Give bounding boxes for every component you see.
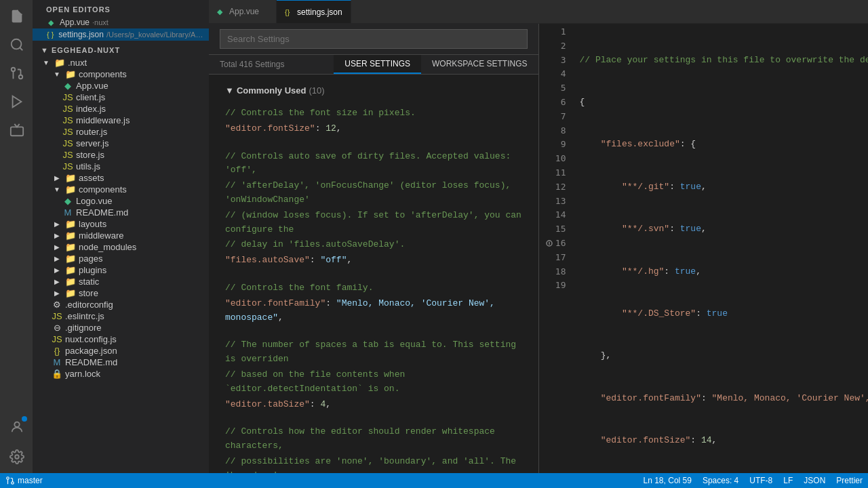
folder-arrow-icon-2: ▼	[52, 70, 62, 78]
tree-item-readme-root[interactable]: M README.md	[33, 357, 209, 368]
tab-icon-vue: ◆	[217, 7, 225, 16]
tree-item-index-js[interactable]: JS index.js	[33, 103, 209, 115]
total-settings-label: Total 416 Settings	[209, 55, 334, 74]
line-num-13: 13	[539, 195, 566, 209]
tree-label-nuxt-config: nuxt.config.js	[65, 334, 117, 344]
auto-save-comment-1: // Controls auto save of dirty files. Ac…	[225, 150, 522, 178]
tree-item-readme-components[interactable]: M README.md	[33, 207, 209, 218]
status-branch[interactable]: master	[5, 476, 43, 485]
folder-arrow-pages: ▶	[52, 255, 62, 262]
line-num-2: 2	[539, 39, 566, 54]
tree-label-app-vue: App.vue	[76, 81, 108, 91]
tree-label-router-js: router.js	[76, 127, 107, 137]
svg-point-7	[14, 422, 19, 427]
folder-arrow-plugins: ▶	[52, 266, 62, 274]
settings-icon[interactable]	[3, 443, 30, 470]
tree-item-package-json[interactable]: {} package.json	[33, 345, 209, 357]
folder-icon-components: 📁	[65, 184, 76, 195]
json-package-icon: {}	[52, 346, 62, 356]
tree-item-components-root[interactable]: ▼ 📁 components	[33, 184, 209, 195]
open-editor-app-vue[interactable]: ◆ App.vue ·nuxt	[33, 16, 209, 28]
vue-icon-logo: ◆	[62, 196, 73, 206]
explorer-header[interactable]: ▼ EGGHEAD-NUXT	[33, 41, 209, 57]
code-line-3: "files.exclude": {	[580, 138, 869, 152]
tree-item-pages[interactable]: ▶ 📁 pages	[33, 253, 209, 264]
activity-bar	[0, 0, 33, 473]
git-icon: ⊖	[52, 323, 62, 333]
tree-item-app-vue[interactable]: ◆ App.vue	[33, 80, 209, 92]
tree-item-nuxt[interactable]: ▼ 📁 .nuxt	[33, 57, 209, 68]
search-icon[interactable]	[3, 31, 30, 58]
json-file-icon: { }	[46, 30, 54, 39]
tree-label-static: static	[79, 277, 99, 287]
files-icon[interactable]	[3, 3, 30, 30]
folder-icon-layouts: 📁	[65, 219, 76, 229]
rw-comment-1: // Controls how the editor should render…	[225, 425, 522, 453]
folder-arrow-assets: ▶	[52, 174, 62, 182]
code-line-2: {	[580, 96, 869, 110]
setting-font-family: // Controls the font family. "editor.fon…	[225, 281, 522, 325]
tree-item-store[interactable]: ▶ 📁 store	[33, 287, 209, 299]
tree-item-eslintrc[interactable]: JS .eslintrc.js	[33, 310, 209, 322]
folder-icon-static: 📁	[65, 277, 76, 287]
user-settings-tab[interactable]: USER SETTINGS	[334, 55, 421, 74]
tree-item-router-js[interactable]: JS router.js	[33, 126, 209, 138]
tree-label-plugins: plugins	[79, 265, 106, 275]
extensions-icon[interactable]	[3, 117, 30, 144]
line-num-3: 3	[539, 54, 566, 68]
tree-item-middleware-js[interactable]: JS middleware.js	[33, 115, 209, 126]
line-num-12: 12	[539, 180, 566, 195]
account-icon[interactable]	[3, 413, 30, 441]
svg-point-12	[7, 477, 9, 480]
tree-label-yarn-lock: yarn.lock	[65, 369, 100, 379]
auto-save-value: "files.autoSave": "off",	[225, 253, 522, 268]
line-num-4: 4	[539, 67, 566, 81]
editor-split: Total 416 Settings USER SETTINGS WORKSPA…	[209, 24, 868, 473]
tree-item-static[interactable]: ▶ 📁 static	[33, 276, 209, 287]
tree-item-logo-vue[interactable]: ◆ Logo.vue	[33, 195, 209, 207]
status-bar-right: Ln 18, Col 59 Spaces: 4 UTF-8 LF JSON Pr…	[644, 476, 863, 485]
sidebar: OPEN EDITORS ◆ App.vue ·nuxt { } setting…	[33, 0, 209, 473]
dot-icon-1: ⚙	[52, 300, 62, 310]
setting-font-size: // Controls the font size in pixels. "ed…	[225, 106, 522, 136]
setting-render-whitespace: // Controls how the editor should render…	[225, 425, 522, 473]
tree-item-gitignore[interactable]: ⊖ .gitignore	[33, 322, 209, 333]
source-control-icon[interactable]	[3, 60, 30, 87]
tree-item-editorconfig[interactable]: ⚙ .editorconfig	[33, 299, 209, 310]
tree-label-nuxt: .nuxt	[68, 58, 87, 68]
tree-item-yarn-lock[interactable]: 🔒 yarn.lock	[33, 368, 209, 380]
workspace-settings-tab[interactable]: WORKSPACE SETTINGS	[421, 55, 538, 74]
commonly-used-section[interactable]: ▼ Commonly Used (10)	[225, 85, 522, 96]
tree-item-utils-js[interactable]: JS utils.js	[33, 161, 209, 172]
tree-label-index-js: index.js	[76, 104, 106, 114]
line-num-6: 6	[539, 96, 566, 110]
tree-item-components-nuxt[interactable]: ▼ 📁 components	[33, 68, 209, 80]
line-num-8: 8	[539, 124, 566, 138]
code-content[interactable]: // Place your settings in this file to o…	[572, 24, 869, 473]
setting-tab-size: // The number of spaces a tab is equal t…	[225, 338, 522, 411]
code-line-8: },	[580, 349, 869, 363]
tree-item-layouts[interactable]: ▶ 📁 layouts	[33, 218, 209, 230]
tree-item-middleware[interactable]: ▶ 📁 middleware	[33, 230, 209, 241]
tree-item-node-modules[interactable]: ▶ 📁 node_modules	[33, 241, 209, 253]
debug-icon[interactable]	[3, 88, 30, 115]
tree-item-store-js[interactable]: JS store.js	[33, 149, 209, 161]
editor-area: ◆ App.vue ✕ {} settings.json ✕ Total 416…	[209, 0, 868, 473]
file-tree: ▼ 📁 .nuxt ▼ 📁 components ◆ App.vue JS cl…	[33, 57, 209, 473]
open-editor-settings-json[interactable]: { } settings.json /Users/p_kovalev/Libra…	[33, 28, 209, 41]
tree-item-assets[interactable]: ▶ 📁 assets	[33, 172, 209, 184]
tab-settings-json[interactable]: {} settings.json ✕	[277, 0, 351, 23]
search-settings-input[interactable]	[220, 29, 528, 49]
tree-item-nuxt-config[interactable]: JS nuxt.config.js	[33, 333, 209, 345]
code-line-1: // Place your settings in this file to o…	[580, 54, 869, 68]
tab-label-settings-json: settings.json	[297, 7, 342, 17]
settings-pane: Total 416 Settings USER SETTINGS WORKSPA…	[209, 24, 539, 473]
code-editor[interactable]: 1 2 3 4 5 6 7 8 9 10 11 12 13 14	[539, 24, 869, 473]
line-numbers: 1 2 3 4 5 6 7 8 9 10 11 12 13 14	[539, 24, 572, 473]
tab-label-app-vue: App.vue	[229, 7, 259, 16]
tab-app-vue[interactable]: ◆ App.vue ✕	[209, 0, 277, 23]
tree-item-server-js[interactable]: JS server.js	[33, 138, 209, 149]
tree-item-client-js[interactable]: JS client.js	[33, 92, 209, 103]
tree-item-plugins[interactable]: ▶ 📁 plugins	[33, 264, 209, 276]
md-icon-readme: M	[62, 207, 73, 218]
